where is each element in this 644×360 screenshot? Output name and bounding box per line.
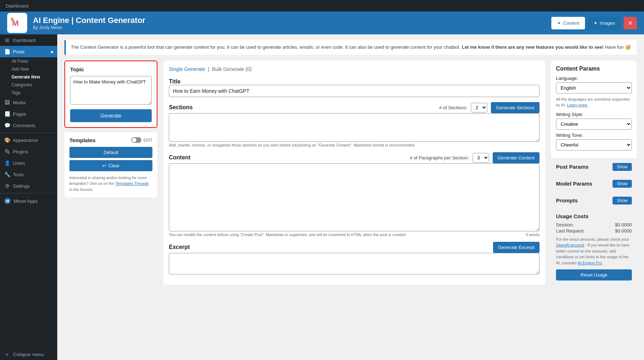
generate-sections-button[interactable]: Generate Sections <box>491 102 540 113</box>
templates-info-end: in the forums. <box>69 187 93 192</box>
reset-usage-button[interactable]: Reset Usage <box>556 269 632 280</box>
title-input[interactable] <box>169 85 540 97</box>
topic-box: Topic How to Make Money with ChatGPT Gen… <box>64 61 157 128</box>
sidebar-item-posts[interactable]: 📄 Posts ◀ <box>0 46 57 57</box>
content-controls: # of Paragraphs per Section: 1 2 3 4 5 G… <box>410 152 540 163</box>
layout: ⊞ Dashboard 📄 Posts ◀ All Posts Add New … <box>0 34 644 360</box>
tools-icon: 🔧 <box>4 172 10 177</box>
usage-hint: For the exact amounts, please check your… <box>556 236 632 266</box>
model-params-section[interactable]: Model Params Show <box>551 175 637 192</box>
generate-content-button[interactable]: Generate Content <box>493 152 540 163</box>
sidebar-item-meow-apps[interactable]: M Meow Apps <box>0 195 57 207</box>
tab-bulk-generate[interactable]: Bulk Generate (0) <box>212 66 252 72</box>
sidebar-item-plugins[interactable]: 🔌 Plugins <box>0 146 57 157</box>
sections-textarea[interactable] <box>169 113 540 142</box>
excerpt-section: Excerpt Generate Excerpt <box>169 242 540 275</box>
sidebar-comments-label: Comments <box>13 123 35 128</box>
content-hint: You can modify the content before using … <box>169 232 526 237</box>
sidebar-tools-label: Tools <box>13 172 24 177</box>
clear-template-button[interactable]: ↩ Clear <box>69 160 152 171</box>
title-section-label: Title <box>169 78 540 85</box>
plugin-title: AI Engine | Content Generator By Jordy M… <box>33 16 145 30</box>
words-count: 0 words <box>526 232 540 237</box>
sidebar-item-tools[interactable]: 🔧 Tools <box>0 169 57 180</box>
sidebar-item-collapse[interactable]: « Collapse menu <box>0 349 57 360</box>
language-select[interactable]: English French Spanish German <box>556 82 632 93</box>
right-panel: Content Params Language: English French … <box>551 61 637 285</box>
usage-hint-end: . <box>603 261 604 265</box>
topic-input[interactable]: How to Make Money with ChatGPT <box>70 76 152 105</box>
writing-tone-select[interactable]: Cheerful Neutral Professional <box>556 139 632 150</box>
sidebar-item-categories[interactable]: Categories <box>0 81 57 89</box>
prompts-title: Prompts <box>556 197 578 203</box>
sidebar-item-add-new[interactable]: Add New <box>0 65 57 73</box>
sidebar-media-label: Media <box>13 100 25 105</box>
excerpt-header-row: Excerpt Generate Excerpt <box>169 242 540 253</box>
sidebar-appearance-label: Appearance <box>13 138 38 143</box>
close-button[interactable]: ✕ <box>624 17 637 29</box>
learn-more-link[interactable]: Learn more. <box>567 103 588 107</box>
content-header-row: Content # of Paragraphs per Section: 1 2… <box>169 152 540 163</box>
tab-single-generate[interactable]: Single Generate <box>169 66 205 72</box>
sidebar-plugins-label: Plugins <box>13 149 28 154</box>
sidebar-item-appearance[interactable]: 🎨 Appearance <box>0 134 57 146</box>
templates-threads-link[interactable]: Templates Threads <box>115 181 148 186</box>
sidebar-users-label: Users <box>13 160 25 166</box>
toggle-knob <box>132 138 136 142</box>
appearance-icon: 🎨 <box>4 137 10 143</box>
generate-button[interactable]: Generate <box>70 109 152 122</box>
paragraphs-select[interactable]: 1 2 3 4 5 <box>473 153 489 163</box>
title-section: Title <box>169 78 540 97</box>
sidebar-dashboard-label: Dashboard <box>13 38 36 43</box>
openai-account-link[interactable]: OpenAI account <box>556 243 584 247</box>
admin-bar-dashboard[interactable]: Dashboard <box>6 3 29 9</box>
sidebar-item-pages[interactable]: 📃 Pages <box>0 108 57 120</box>
meow-icon: M <box>4 198 11 204</box>
images-btn-label: Images <box>600 20 615 26</box>
plugin-logo-svg: M <box>9 15 25 31</box>
templates-toggle[interactable] <box>131 137 141 143</box>
excerpt-textarea[interactable] <box>169 253 540 274</box>
sidebar-item-settings[interactable]: ⚙ Settings <box>0 180 57 192</box>
posts-icon: 📄 <box>4 49 10 54</box>
sidebar-item-users[interactable]: 👤 Users <box>0 157 57 169</box>
writing-style-label: Writing Style: <box>556 112 632 117</box>
plugins-icon: 🔌 <box>4 149 10 154</box>
writing-style-select[interactable]: Creative Formal Informal <box>556 119 632 130</box>
dashboard-icon: ⊞ <box>4 37 10 43</box>
sidebar-item-media[interactable]: 🖼 Media <box>0 97 57 108</box>
generate-excerpt-button[interactable]: Generate Excerpt <box>493 242 540 253</box>
post-params-title: Post Params <box>556 164 589 170</box>
sidebar-item-tags[interactable]: Tags <box>0 89 57 97</box>
sections-num-select[interactable]: 1 2 3 4 5 <box>471 103 487 112</box>
sidebar-item-all-posts[interactable]: All Posts <box>0 57 57 65</box>
content-btn-label: Content <box>563 20 580 26</box>
usage-hint-1: For the exact amounts, please check your <box>556 237 629 241</box>
post-params-section[interactable]: Post Params Show <box>551 158 637 175</box>
content-textarea[interactable] <box>169 163 540 231</box>
content-button[interactable]: ✦ Content <box>551 17 585 29</box>
images-button[interactable]: ✦ Images <box>588 17 621 29</box>
default-template-button[interactable]: Default <box>69 147 152 158</box>
post-params-show-button[interactable]: Show <box>613 163 632 171</box>
sidebar-divider-2 <box>0 193 57 193</box>
clear-btn-label: Clear <box>108 163 119 168</box>
prompts-section[interactable]: Prompts Show <box>551 192 637 209</box>
undo-icon: ↩ <box>102 163 106 168</box>
ai-engine-pro-link[interactable]: AI Engine Pro <box>578 261 602 265</box>
last-request-value: $0.0000 <box>615 228 632 234</box>
sidebar-item-comments[interactable]: 💬 Comments <box>0 120 57 131</box>
sidebar-divider-1 <box>0 133 57 133</box>
topic-label: Topic <box>70 66 152 72</box>
templates-label: Templates <box>69 137 96 143</box>
last-request-row: Last Request: $0.0000 <box>556 228 632 234</box>
content-params-title: Content Params <box>556 66 632 72</box>
sidebar-item-generate-new[interactable]: Generate New <box>0 73 57 81</box>
star-icon: ✦ <box>594 20 597 26</box>
model-params-show-button[interactable]: Show <box>613 180 632 188</box>
sidebar-item-dashboard[interactable]: ⊞ Dashboard <box>0 34 57 46</box>
prompts-show-button[interactable]: Show <box>613 197 632 205</box>
main-content: The Content Generator is a powerful tool… <box>57 34 644 360</box>
language-label: Language: <box>556 76 632 81</box>
sidebar-posts-label: Posts <box>13 49 25 54</box>
